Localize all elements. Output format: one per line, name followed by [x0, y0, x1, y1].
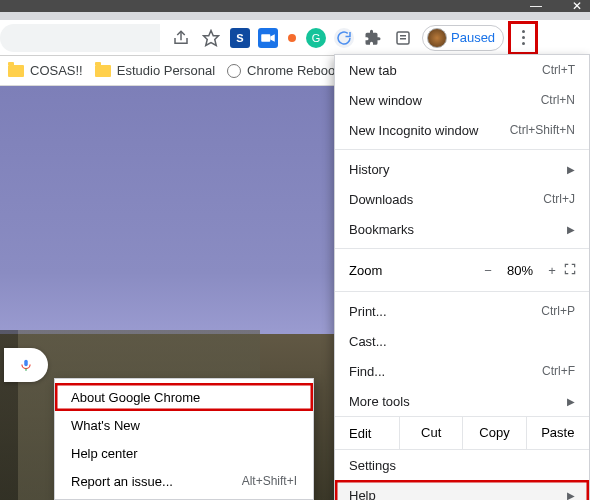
extension-camera-icon[interactable]	[258, 28, 278, 48]
svg-rect-1	[261, 34, 270, 42]
highlight-menu-button	[508, 21, 538, 55]
menu-history[interactable]: History▶	[335, 154, 589, 184]
bookmark-link-reboot[interactable]: Chrome Reboot	[227, 63, 339, 78]
svg-rect-6	[24, 360, 28, 366]
submenu-help-center[interactable]: Help center	[55, 439, 313, 467]
globe-icon	[227, 64, 241, 78]
menu-separator	[335, 291, 589, 292]
chevron-right-icon: ▶	[567, 224, 575, 235]
extension-g-icon[interactable]: G	[306, 28, 326, 48]
zoom-label: Zoom	[349, 263, 477, 278]
zoom-in-button[interactable]: +	[541, 263, 563, 278]
menu-cast[interactable]: Cast...	[335, 326, 589, 356]
fullscreen-icon	[563, 262, 577, 276]
chevron-right-icon: ▶	[567, 490, 575, 501]
microphone-icon	[19, 358, 33, 372]
tab-strip[interactable]	[0, 12, 590, 20]
chrome-window: — ✕ S G Paused	[0, 0, 590, 500]
folder-icon	[95, 65, 111, 77]
submenu-whats-new[interactable]: What's New	[55, 411, 313, 439]
menu-more-tools[interactable]: More tools▶	[335, 386, 589, 416]
fullscreen-button[interactable]	[563, 262, 577, 279]
minimize-button[interactable]: —	[530, 0, 542, 13]
extension-reload-icon[interactable]	[334, 28, 354, 48]
bookmark-folder-cosas[interactable]: COSAS!!	[8, 63, 83, 78]
menu-new-tab[interactable]: New tabCtrl+T	[335, 55, 589, 85]
menu-help[interactable]: Help▶	[335, 480, 589, 500]
cut-button[interactable]: Cut	[399, 416, 462, 450]
zoom-out-button[interactable]: −	[477, 263, 499, 278]
submenu-about-chrome[interactable]: About Google Chrome	[55, 383, 313, 411]
copy-button[interactable]: Copy	[462, 416, 525, 450]
chevron-right-icon: ▶	[567, 164, 575, 175]
folder-icon	[8, 65, 24, 77]
bookmark-label: COSAS!!	[30, 63, 83, 78]
menu-downloads[interactable]: DownloadsCtrl+J	[335, 184, 589, 214]
bookmark-folder-estudio[interactable]: Estudio Personal	[95, 63, 215, 78]
extension-dot-icon[interactable]	[288, 34, 296, 42]
menu-zoom-row: Zoom − 80% +	[335, 253, 589, 287]
menu-edit-row: Edit Cut Copy Paste	[335, 416, 589, 450]
share-icon[interactable]	[170, 27, 192, 49]
submenu-report-issue[interactable]: Report an issue...Alt+Shift+I	[55, 467, 313, 495]
svg-marker-0	[204, 30, 219, 45]
chrome-menu-button[interactable]	[513, 26, 533, 50]
bookmark-label: Estudio Personal	[117, 63, 215, 78]
help-submenu: About Google Chrome What's New Help cent…	[54, 378, 314, 500]
chrome-menu: New tabCtrl+T New windowCtrl+N New Incog…	[334, 54, 590, 500]
os-titlebar: — ✕	[0, 0, 590, 12]
menu-settings[interactable]: Settings	[335, 450, 589, 480]
profile-paused-chip[interactable]: Paused	[422, 25, 504, 51]
avatar-icon	[427, 28, 447, 48]
browser-toolbar: S G Paused	[0, 20, 590, 56]
menu-new-window[interactable]: New windowCtrl+N	[335, 85, 589, 115]
extensions-puzzle-icon[interactable]	[362, 27, 384, 49]
extension-s-icon[interactable]: S	[230, 28, 250, 48]
paused-label: Paused	[451, 30, 495, 45]
star-icon[interactable]	[200, 27, 222, 49]
chevron-right-icon: ▶	[567, 396, 575, 407]
reading-list-icon[interactable]	[392, 27, 414, 49]
voice-search-button[interactable]	[4, 348, 48, 382]
bookmark-label: Chrome Reboot	[247, 63, 339, 78]
zoom-percent: 80%	[499, 263, 541, 278]
svg-marker-2	[270, 34, 275, 42]
menu-find[interactable]: Find...Ctrl+F	[335, 356, 589, 386]
menu-bookmarks[interactable]: Bookmarks▶	[335, 214, 589, 244]
edit-label: Edit	[335, 426, 399, 441]
menu-separator	[335, 149, 589, 150]
menu-print[interactable]: Print...Ctrl+P	[335, 296, 589, 326]
paste-button[interactable]: Paste	[526, 416, 589, 450]
menu-separator	[335, 248, 589, 249]
address-bar[interactable]	[0, 24, 160, 52]
menu-new-incognito[interactable]: New Incognito windowCtrl+Shift+N	[335, 115, 589, 145]
close-button[interactable]: ✕	[572, 0, 582, 13]
